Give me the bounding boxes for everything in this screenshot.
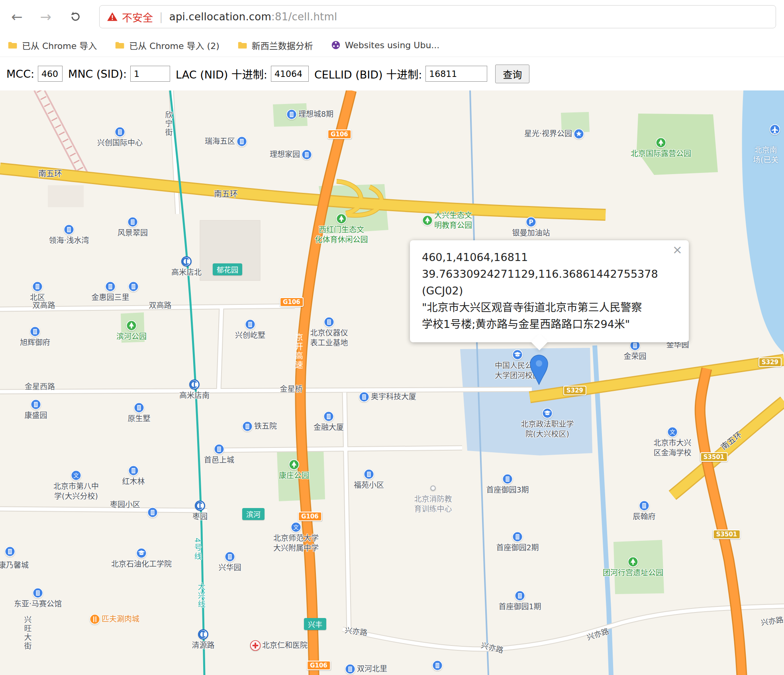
location-pin[interactable] <box>527 352 551 385</box>
building-icon <box>432 660 443 671</box>
query-button[interactable]: 查询 <box>495 65 529 83</box>
cellid-input[interactable] <box>425 66 487 82</box>
metro-icon <box>189 379 200 390</box>
building-icon <box>128 281 139 292</box>
school-icon <box>512 349 523 360</box>
map-poi-label: 金惠园三里 <box>91 292 129 302</box>
building-icon <box>134 402 145 413</box>
map-poi-label: 西红门生态文化体育休闲公园 <box>315 225 368 245</box>
map-poi-label: 银曼加油站 <box>512 228 550 238</box>
building-icon <box>502 474 513 485</box>
popup-cell-id: 460,1,41064,16811 <box>422 249 677 266</box>
divider: | <box>159 11 163 23</box>
building-icon <box>115 127 125 137</box>
building-icon <box>127 217 138 228</box>
url-host: api.cellocation.com <box>169 11 271 23</box>
cell-query-form: MCC: MNC (SID): LAC (NID) 十进制: CELLID (B… <box>0 57 784 90</box>
forward-icon[interactable]: → <box>40 10 52 24</box>
poi-layer: 理想城8期兴创国际中心瑞海五区理想家园星光·视界公园北京南场(已关北京国际露营公… <box>0 90 784 675</box>
cellid-label: CELLID (BID) 十进制: <box>314 66 422 82</box>
metro-icon <box>198 629 209 640</box>
mcc-label: MCC: <box>6 68 34 80</box>
building-icon <box>323 411 334 422</box>
ubuntu-icon <box>331 40 341 50</box>
close-icon[interactable]: × <box>672 243 682 257</box>
plane-icon <box>770 124 780 135</box>
map-poi-label: 瑞海五区 <box>205 136 235 146</box>
map-poi-label: 团河行宫遗址公园 <box>603 568 663 578</box>
wen-icon: 文 <box>667 427 678 438</box>
map-poi-label: 枣园小区 <box>110 500 140 510</box>
bookmark-item[interactable]: Websites using Ubu... <box>331 40 440 50</box>
building-icon <box>214 444 225 455</box>
mnc-label: MNC (SID): <box>68 68 127 80</box>
svg-text:文: 文 <box>670 429 675 435</box>
building-icon <box>324 317 335 328</box>
map-poi-label: 首座御园2期 <box>496 543 539 553</box>
school-icon <box>542 408 553 419</box>
popup-coord-system: (GCJ02) <box>422 283 677 299</box>
map-poi-label: 东亚·马赛公馆 <box>14 599 62 609</box>
address-bar[interactable]: 不安全 | api.cellocation.com:81/cell.html <box>99 5 776 28</box>
metro-icon <box>195 500 206 511</box>
school-icon <box>136 548 147 559</box>
bookmark-label: Websites using Ubu... <box>345 40 440 50</box>
building-icon <box>147 507 158 518</box>
refresh-icon[interactable] <box>69 10 82 23</box>
map-poi-label: 金荣园 <box>623 351 646 361</box>
bookmark-item[interactable]: 已从 Chrome 导入 <box>7 39 97 51</box>
building-icon <box>242 421 253 432</box>
tree-icon <box>289 459 300 470</box>
map-poi-label: 星光·视界公园 <box>524 129 572 139</box>
wen-icon: 文 <box>291 522 302 533</box>
map-poi-label: 首座御园1期 <box>498 602 541 612</box>
security-warning[interactable]: 不安全 <box>122 10 153 24</box>
tree-icon <box>656 137 666 148</box>
map-poi-label: 枣园 <box>192 512 208 522</box>
map-poi-label: 辰翰府 <box>633 512 655 522</box>
building-icon <box>225 551 235 562</box>
map-poi-label: 高米店北 <box>171 267 202 277</box>
building-icon <box>32 281 43 292</box>
map-poi-label: 首座御园3期 <box>486 485 529 495</box>
map-poi-label: 兴创屹墅 <box>235 330 265 340</box>
restaurant-icon <box>90 614 100 625</box>
parking-icon: P <box>526 217 537 228</box>
map-poi-label: 北京市大兴区金海学校 <box>653 438 691 458</box>
map-poi-label: 理想城8期 <box>298 109 333 119</box>
bookmarks-bar: 已从 Chrome 导入 已从 Chrome 导入 (2) 新西兰数据分析 We… <box>0 33 784 57</box>
bookmark-item[interactable]: 新西兰数据分析 <box>237 39 313 51</box>
lac-input[interactable] <box>271 66 309 82</box>
map-poi-label: 福苑小区 <box>354 480 384 490</box>
building-icon <box>31 399 41 410</box>
building-icon <box>515 591 525 601</box>
building-icon <box>512 532 523 542</box>
building-icon <box>364 469 374 480</box>
building-icon <box>639 500 650 511</box>
building-icon <box>359 392 370 402</box>
map-poi-label: 理想家园 <box>270 149 300 159</box>
building-icon <box>5 546 16 557</box>
folder-icon <box>7 40 18 51</box>
svg-text:文: 文 <box>73 472 79 479</box>
back-icon[interactable]: ← <box>11 10 23 24</box>
building-icon <box>105 281 116 292</box>
map-poi-label: 康庄公园 <box>279 471 309 481</box>
tree-icon <box>126 320 137 331</box>
building-icon <box>33 588 43 598</box>
map-poi-label: 兴创国际中心 <box>97 138 143 148</box>
map-poi-label: 北区 <box>30 292 45 302</box>
map-poi-label: 北京政法职业学院(大兴校区) <box>521 419 574 439</box>
map-poi-label: 铁五院 <box>254 421 277 431</box>
building-icon <box>302 149 312 160</box>
map-poi-label: 首邑上城 <box>204 455 234 465</box>
mnc-input[interactable] <box>130 66 170 82</box>
mcc-input[interactable] <box>38 66 63 82</box>
bookmark-item[interactable]: 已从 Chrome 导入 (2) <box>114 39 219 51</box>
map-poi-label: 金融大厦 <box>314 422 344 432</box>
map-poi-label: 北京仪器仪表工业基地 <box>310 328 348 348</box>
map[interactable]: 南五环南五环南五环欣宁街双高路双高路金星西路金星桥京开高速4号线大兴线兴亦路兴亦… <box>0 90 784 675</box>
map-poi-label: 红木林 <box>122 477 145 487</box>
map-poi-label: 匹夫涮肉城 <box>102 614 139 624</box>
map-poi-label: 北京仁和医院 <box>262 640 308 650</box>
